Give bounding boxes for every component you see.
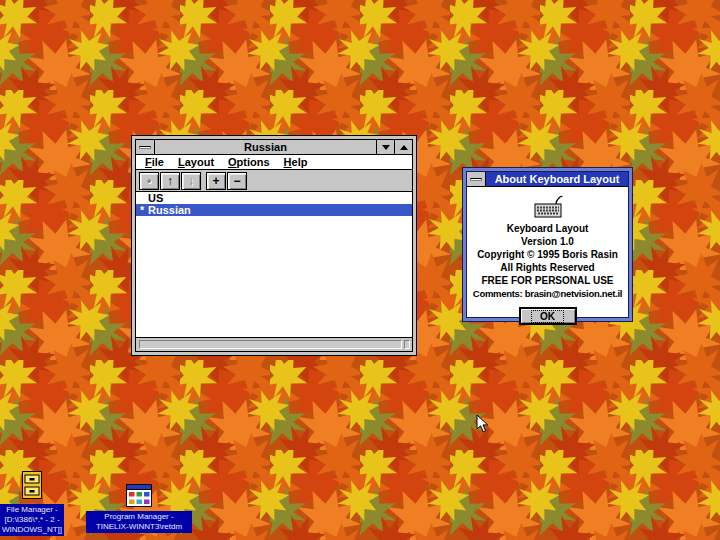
activate-button[interactable]: • [139,172,159,190]
active-marker: * [136,204,148,216]
about-contact: Comments: brasin@netvision.net.il [467,287,628,300]
toolbar: • ↑ ↓ + − [136,170,412,192]
file-cabinet-icon [20,469,44,501]
about-dialog-titlebar[interactable]: About Keyboard Layout [467,172,628,187]
minimize-button[interactable] [376,140,394,154]
minus-bar-icon [470,178,482,181]
about-app-name: Keyboard Layout [467,222,628,235]
status-bar [136,337,412,351]
menu-layout[interactable]: Layout [172,155,222,169]
remove-button[interactable]: − [227,172,247,190]
system-menu-button[interactable] [136,140,155,154]
about-copyright: Copyright © 1995 Boris Rasin [467,248,628,261]
maximize-button[interactable] [394,140,412,154]
move-up-button[interactable]: ↑ [160,172,180,190]
down-triangle-icon [382,145,390,150]
keyboard-icon [467,194,628,220]
about-rights: All Rights Reserved [467,261,628,274]
minus-bar-icon [139,146,151,149]
layout-item-label: Russian [148,204,191,216]
file-manager-icon-label: File Manager - [D:\I386\*.* - 2 - WINDOW… [0,504,64,536]
kb-window-title: Russian [155,140,376,154]
layout-item-us[interactable]: US [136,192,412,204]
add-button[interactable]: + [206,172,226,190]
active-marker [136,192,148,204]
about-dialog-content: Keyboard Layout Version 1.0 Copyright © … [467,187,628,325]
ok-button-label: OK [532,311,563,322]
dialog-system-menu-button[interactable] [467,172,486,186]
keyboard-layout-window: Russian File Layout Options Help • ↑ ↓ +… [131,135,417,356]
program-manager-minimized-icon[interactable]: Program Manager - TINELIX-WINNT3\retdm [86,483,192,533]
menu-file[interactable]: File [139,155,172,169]
move-down-button[interactable]: ↓ [181,172,201,190]
program-manager-icon-label: Program Manager - TINELIX-WINNT3\retdm [86,511,192,533]
kb-window-titlebar[interactable]: Russian [136,140,412,155]
program-manager-icon [125,483,153,508]
about-license: FREE FOR PERSONAL USE [467,274,628,287]
status-grip [404,340,410,349]
about-keyboard-layout-dialog: About Keyboard Layout Keyboard Layout Ve… [462,167,633,322]
mouse-cursor-icon [476,414,489,438]
about-version: Version 1.0 [467,235,628,248]
file-manager-minimized-icon[interactable]: File Manager - [D:\I386\*.* - 2 - WINDOW… [0,469,64,536]
menu-options[interactable]: Options [222,155,278,169]
status-field [139,340,402,349]
menu-help[interactable]: Help [278,155,316,169]
menu-bar: File Layout Options Help [136,155,412,170]
ok-button[interactable]: OK [519,307,577,325]
layout-item-russian[interactable]: * Russian [136,204,412,216]
about-dialog-title: About Keyboard Layout [486,172,628,186]
up-triangle-icon [400,145,408,150]
layout-list: US * Russian [136,192,412,337]
layout-item-label: US [148,192,163,204]
